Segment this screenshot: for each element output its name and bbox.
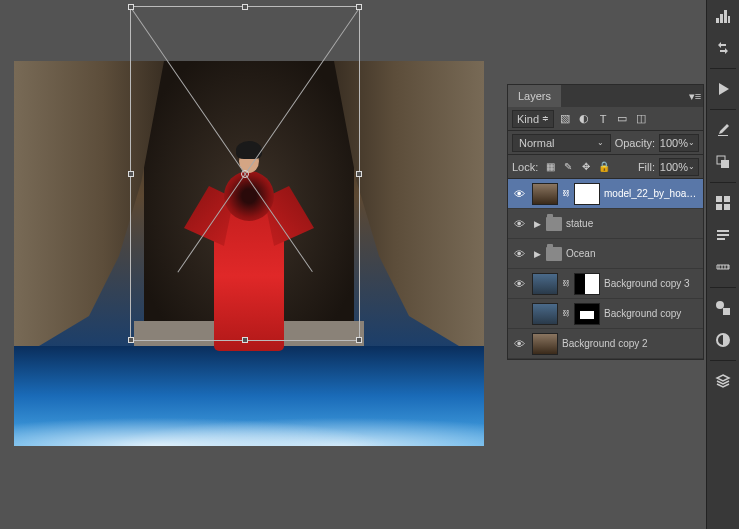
opacity-label: Opacity: bbox=[615, 137, 655, 149]
swap-icon[interactable] bbox=[711, 36, 735, 60]
opacity-value: 100% bbox=[660, 137, 688, 149]
lock-position-icon[interactable]: ✥ bbox=[578, 159, 594, 175]
histogram-icon[interactable] bbox=[711, 4, 735, 28]
shapes-icon[interactable] bbox=[711, 296, 735, 320]
chevron-down-icon: ⌄ bbox=[688, 162, 695, 171]
fill-label: Fill: bbox=[638, 161, 655, 173]
clone-icon[interactable] bbox=[711, 150, 735, 174]
layers-icon[interactable] bbox=[711, 369, 735, 393]
layers-panel: Layers ▾≡ Kind ≑ ▧ ◐ T ▭ ◫ Normal ⌄ Opac… bbox=[507, 84, 704, 360]
svg-rect-0 bbox=[716, 18, 719, 23]
layer-mask-thumbnail[interactable] bbox=[574, 303, 600, 325]
layer-row[interactable]: 👁 ⛓ model_22_by_hoangvanva... bbox=[508, 179, 703, 209]
layer-name[interactable]: Ocean bbox=[566, 248, 701, 259]
layer-name[interactable]: Background copy 2 bbox=[562, 338, 701, 349]
swatches-icon[interactable] bbox=[711, 191, 735, 215]
lock-transparency-icon[interactable]: ▦ bbox=[542, 159, 558, 175]
svg-rect-7 bbox=[724, 196, 730, 202]
panel-menu-icon[interactable]: ▾≡ bbox=[687, 90, 703, 103]
transform-handle-tr[interactable] bbox=[356, 4, 362, 10]
blend-mode-value: Normal bbox=[519, 137, 554, 149]
blend-opacity-row: Normal ⌄ Opacity: 100%⌄ bbox=[508, 131, 703, 155]
filter-kind-label: Kind bbox=[517, 113, 539, 125]
layer-row[interactable]: 👁 ⛓ Background copy 3 bbox=[508, 269, 703, 299]
layer-filter-row: Kind ≑ ▧ ◐ T ▭ ◫ bbox=[508, 107, 703, 131]
link-icon: ⛓ bbox=[562, 309, 570, 318]
lock-all-icon[interactable]: 🔒 bbox=[596, 159, 612, 175]
visibility-toggle-icon[interactable]: 👁 bbox=[510, 218, 528, 230]
panel-tab-bar: Layers ▾≡ bbox=[508, 85, 703, 107]
chevron-down-icon: ≑ bbox=[542, 114, 549, 123]
visibility-toggle-icon[interactable]: 👁 bbox=[510, 278, 528, 290]
layer-name[interactable]: Background copy bbox=[604, 308, 701, 319]
brush-icon[interactable] bbox=[711, 118, 735, 142]
fill-input[interactable]: 100%⌄ bbox=[659, 158, 699, 176]
blend-mode-dropdown[interactable]: Normal ⌄ bbox=[512, 134, 611, 152]
layer-row[interactable]: 👁 ▶ statue bbox=[508, 209, 703, 239]
filter-kind-dropdown[interactable]: Kind ≑ bbox=[512, 110, 554, 128]
svg-rect-3 bbox=[728, 16, 730, 23]
svg-rect-2 bbox=[724, 10, 727, 23]
tab-layers[interactable]: Layers bbox=[508, 85, 561, 107]
visibility-toggle-icon[interactable]: 👁 bbox=[510, 338, 528, 350]
fill-value: 100% bbox=[660, 161, 688, 173]
layer-row[interactable]: 👁 ▶ Ocean bbox=[508, 239, 703, 269]
filter-shape-icon[interactable]: ▭ bbox=[614, 111, 630, 127]
layer-row[interactable]: ⛓ Background copy bbox=[508, 299, 703, 329]
chevron-down-icon: ⌄ bbox=[597, 138, 604, 147]
adjust-icon[interactable] bbox=[711, 328, 735, 352]
svg-rect-11 bbox=[723, 308, 730, 315]
link-icon: ⛓ bbox=[562, 189, 570, 198]
layer-mask-thumbnail[interactable] bbox=[574, 273, 600, 295]
visibility-toggle-icon[interactable]: 👁 bbox=[510, 248, 528, 260]
layer-list: 👁 ⛓ model_22_by_hoangvanva... 👁 ▶ statue… bbox=[508, 179, 703, 359]
svg-point-10 bbox=[716, 301, 724, 309]
link-icon: ⛓ bbox=[562, 279, 570, 288]
layer-mask-thumbnail[interactable] bbox=[574, 183, 600, 205]
lock-fill-row: Lock: ▦ ✎ ✥ 🔒 Fill: 100%⌄ bbox=[508, 155, 703, 179]
right-dock-rail bbox=[706, 0, 739, 529]
filter-pixel-icon[interactable]: ▧ bbox=[557, 111, 573, 127]
chevron-down-icon: ⌄ bbox=[688, 138, 695, 147]
layer-name[interactable]: statue bbox=[566, 218, 701, 229]
svg-rect-8 bbox=[716, 204, 722, 210]
folder-icon bbox=[546, 217, 562, 231]
measure-icon[interactable] bbox=[711, 255, 735, 279]
svg-rect-1 bbox=[720, 14, 723, 23]
folder-icon bbox=[546, 247, 562, 261]
group-disclosure-icon[interactable]: ▶ bbox=[532, 219, 542, 229]
paragraph-icon[interactable] bbox=[711, 223, 735, 247]
filter-smart-icon[interactable]: ◫ bbox=[633, 111, 649, 127]
lock-paint-icon[interactable]: ✎ bbox=[560, 159, 576, 175]
layer-thumbnail[interactable] bbox=[532, 183, 558, 205]
filter-type-icon[interactable]: T bbox=[595, 111, 611, 127]
layer-name[interactable]: Background copy 3 bbox=[604, 278, 701, 289]
svg-rect-5 bbox=[721, 160, 729, 168]
transform-handle-tm[interactable] bbox=[242, 4, 248, 10]
group-disclosure-icon[interactable]: ▶ bbox=[532, 249, 542, 259]
document-canvas[interactable] bbox=[14, 61, 484, 446]
opacity-input[interactable]: 100%⌄ bbox=[659, 134, 699, 152]
visibility-toggle-icon[interactable]: 👁 bbox=[510, 188, 528, 200]
play-icon[interactable] bbox=[711, 77, 735, 101]
layer-thumbnail[interactable] bbox=[532, 333, 558, 355]
svg-rect-6 bbox=[716, 196, 722, 202]
transform-handle-tl[interactable] bbox=[128, 4, 134, 10]
layer-thumbnail[interactable] bbox=[532, 303, 558, 325]
filter-adjust-icon[interactable]: ◐ bbox=[576, 111, 592, 127]
svg-rect-9 bbox=[724, 204, 730, 210]
layer-row[interactable]: 👁 Background copy 2 bbox=[508, 329, 703, 359]
lock-label: Lock: bbox=[512, 161, 538, 173]
layer-thumbnail[interactable] bbox=[532, 273, 558, 295]
canvas-area[interactable] bbox=[0, 0, 500, 529]
layer-name[interactable]: model_22_by_hoangvanva... bbox=[604, 188, 701, 199]
